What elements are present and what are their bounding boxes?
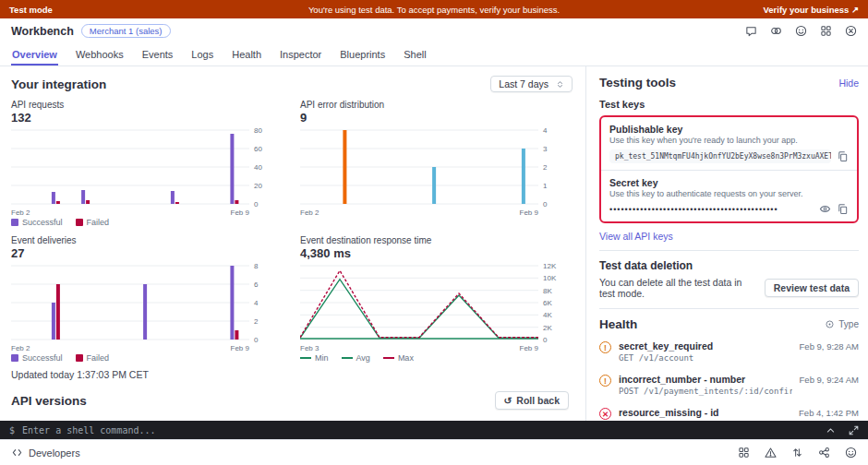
svg-text:Feb 9: Feb 9 [231, 209, 250, 217]
test-keys-box: Publishable key Use this key when you're… [599, 115, 859, 223]
external-link-icon: ↗ [851, 5, 859, 15]
type-filter-button[interactable]: Type [825, 319, 859, 329]
filter-icon [825, 319, 835, 329]
review-test-data-button[interactable]: Review test data [765, 279, 859, 297]
svg-text:0: 0 [254, 200, 259, 209]
divider [599, 308, 859, 309]
verify-business-link[interactable]: Verify your business ↗ [763, 5, 859, 15]
svg-text:10K: 10K [543, 274, 557, 282]
developers-icon [11, 447, 23, 459]
health-title: Health [599, 317, 637, 331]
svg-text:12K: 12K [543, 262, 557, 270]
svg-text:4: 4 [254, 299, 259, 307]
svg-text:60: 60 [254, 145, 262, 153]
shell-prompt: $ [9, 425, 15, 435]
copy-icon[interactable] [837, 150, 849, 162]
tab-logs[interactable]: Logs [190, 49, 214, 66]
grid-icon[interactable] [738, 447, 750, 459]
chart-event-deliveries: Event deliveries 27 02468Feb 2Feb 9 Succ… [11, 235, 283, 364]
health-item-subtitle: GET /v1/account [619, 353, 792, 363]
close-icon[interactable] [845, 25, 857, 37]
svg-text:8: 8 [254, 262, 259, 270]
footer-icons [738, 447, 857, 459]
health-item-time: Feb 9, 9:24 AM [800, 375, 859, 385]
svg-text:6K: 6K [543, 299, 552, 307]
smiley-icon[interactable] [795, 25, 807, 37]
api-error-distribution-plot: 01234Feb 2Feb 9 [300, 126, 573, 217]
warning-icon[interactable] [765, 447, 777, 459]
rollback-icon: ↺ [504, 395, 512, 406]
health-item[interactable]: ! incorrect_number - number POST /v1/pay… [599, 368, 859, 401]
test-mode-label: Test mode [9, 5, 53, 15]
health-item-title: resource_missing - id [619, 407, 719, 418]
publishable-key-value[interactable]: pk_test_51NMtqmFU4hjkOnfYU2bEyX8wse8n3Pr… [609, 149, 831, 163]
workbench-header: Workbench Merchant 1 (sales) [0, 18, 868, 43]
hide-link[interactable]: Hide [838, 78, 859, 89]
share-nodes-icon[interactable] [818, 447, 830, 459]
test-mode-message: You're using test data. To accept paymen… [308, 5, 560, 15]
tab-inspector[interactable]: Inspector [279, 49, 322, 66]
chevron-up-icon[interactable] [826, 425, 836, 435]
secret-key-value[interactable]: ••••••••••••••••••••••••••••••••••••••••… [609, 205, 814, 214]
publishable-key-label: Publishable key [609, 124, 849, 135]
sort-arrows-icon[interactable] [791, 447, 803, 459]
header-icons [745, 25, 857, 37]
testing-tools-title: Testing tools [599, 76, 676, 89]
integration-title: Your integration [11, 78, 106, 91]
view-all-api-keys-link[interactable]: View all API keys [599, 231, 673, 242]
main-column: Your integration Last 7 days API request… [0, 66, 585, 421]
test-data-deletion-title: Test data deletion [599, 259, 859, 272]
svg-text:2: 2 [254, 317, 259, 326]
apps-icon[interactable] [820, 25, 832, 37]
svg-text:Feb 2: Feb 2 [300, 209, 319, 217]
chart-response-time: Event destination response time 4,380 ms… [300, 235, 573, 364]
tab-webhooks[interactable]: Webhooks [75, 49, 125, 66]
feedback-icon[interactable] [745, 25, 757, 37]
svg-text:6: 6 [254, 280, 259, 289]
tab-shell[interactable]: Shell [403, 49, 427, 66]
tab-overview[interactable]: Overview [11, 49, 58, 66]
api-versions-section: API versions ↺ Roll back [11, 391, 573, 410]
chart-api-requests: API requests 132 020406080Feb 2Feb 9 Suc… [11, 100, 283, 228]
date-range-select[interactable]: Last 7 days [490, 76, 573, 92]
svg-text:80: 80 [254, 126, 262, 135]
error-circle-icon: ✕ [599, 408, 611, 420]
copy-icon[interactable] [837, 203, 849, 215]
response-time-plot: 02K4K6K8K10K12KFeb 3Feb 9 [300, 262, 573, 352]
warning-circle-icon: ! [599, 341, 611, 353]
health-item[interactable]: ✕ resource_missing - id POST /v1/refunds… [599, 401, 859, 421]
svg-text:Feb 2: Feb 2 [11, 344, 30, 352]
svg-text:Feb 9: Feb 9 [231, 344, 250, 352]
health-item[interactable]: ! secret_key_required GET /v1/account Fe… [599, 335, 859, 368]
svg-text:4: 4 [543, 126, 548, 135]
tab-events[interactable]: Events [141, 49, 175, 66]
api-requests-plot: 020406080Feb 2Feb 9 [11, 126, 283, 217]
tab-blueprints[interactable]: Blueprints [339, 49, 386, 66]
publishable-key-desc: Use this key when you're ready to launch… [609, 136, 849, 145]
chart-api-error-distribution: API error distribution 9 01234Feb 2Feb 9 [300, 100, 573, 228]
roll-back-button[interactable]: ↺ Roll back [495, 391, 570, 410]
secret-key-section: Secret key Use this key to authenticate … [601, 170, 857, 221]
health-item-time: Feb 9, 9:28 AM [800, 341, 859, 352]
svg-text:0: 0 [543, 200, 548, 209]
shell-command-bar[interactable]: $ Enter a shell command... [0, 421, 868, 439]
smiley-icon[interactable] [845, 447, 857, 459]
health-item-time: Feb 4, 1:42 PM [799, 408, 859, 418]
link-icon[interactable] [770, 25, 782, 37]
expand-icon[interactable] [849, 425, 859, 435]
svg-text:40: 40 [254, 163, 262, 172]
tab-health[interactable]: Health [231, 49, 262, 66]
secret-key-desc: Use this key to authenticate requests on… [609, 189, 849, 198]
svg-text:1: 1 [543, 182, 548, 190]
merchant-badge[interactable]: Merchant 1 (sales) [81, 24, 171, 38]
eye-icon[interactable] [819, 203, 831, 215]
api-error-distribution-legend [300, 217, 573, 228]
svg-text:0: 0 [543, 336, 548, 344]
secret-key-label: Secret key [609, 177, 849, 188]
event-deliveries-plot: 02468Feb 2Feb 9 [11, 262, 283, 352]
developers-button[interactable]: Developers [11, 447, 80, 459]
testing-tools-sidebar: Testing tools Hide Test keys Publishable… [585, 66, 868, 421]
updated-timestamp: Updated today 1:37:03 PM CET [11, 369, 573, 380]
svg-text:20: 20 [254, 182, 262, 190]
shell-input[interactable]: Enter a shell command... [22, 425, 156, 435]
